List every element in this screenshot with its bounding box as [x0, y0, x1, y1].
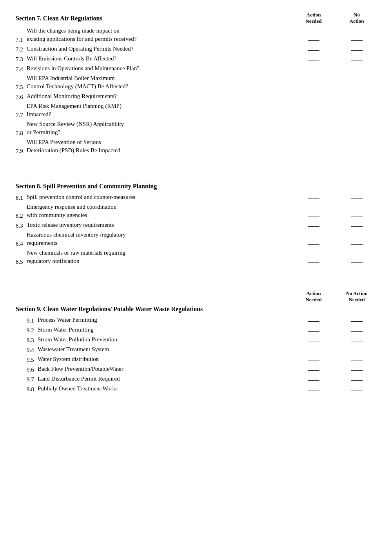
item-9-2-action [290, 327, 337, 334]
item-9-6-noaction [337, 366, 376, 373]
item-number: 9.8 [27, 386, 34, 392]
item-text: Land Disturbance Permit Required [38, 375, 120, 382]
item-number: 7.5 [16, 84, 23, 90]
item-number: 7.8 [16, 130, 23, 136]
item-number: 7.6 [16, 94, 23, 100]
item-7-2-action [290, 46, 337, 53]
item-7-8-noaction [337, 130, 376, 137]
item-number: 7.3 [16, 56, 23, 62]
item-9-1: 9.1 Process Water Permitting [16, 316, 376, 324]
item-7-5-noaction [337, 84, 376, 91]
item-9-3: 9.3 Strom Water Pollution Prevention [16, 335, 376, 344]
item-number: 9.6 [27, 366, 34, 373]
item-7-9-action [290, 148, 337, 155]
item-text: Hazardous chemical inventory /regulatory… [27, 231, 126, 246]
item-7-7-action [290, 112, 337, 118]
item-7-6-action [290, 94, 337, 100]
item-7-3-noaction [337, 56, 376, 63]
item-9-8: 9.8 Publicly Owned Treatment Works [16, 385, 376, 393]
item-number: 9.4 [27, 347, 34, 353]
item-9-3-action [290, 337, 337, 344]
item-7-1: 7.1 Will the changes being made impact o… [16, 27, 376, 43]
item-number: 7.9 [16, 148, 23, 154]
item-number: 9.1 [27, 317, 34, 324]
item-9-5-noaction [337, 357, 376, 363]
section9-col2-header: No Action Needed [337, 290, 376, 303]
item-8-4-action [290, 241, 337, 247]
item-8-5-action [290, 259, 337, 265]
item-9-7: 9.7 Land Disturbance Permit Required [16, 375, 376, 383]
item-text: Process Water Permitting [38, 317, 97, 323]
item-9-4-noaction [337, 347, 376, 354]
item-text: New chemicals or raw materials requiring… [27, 250, 125, 264]
item-9-7-noaction [337, 376, 376, 383]
section7-title: Section 7. Clean Air Regulations [16, 15, 290, 22]
item-text: Additional Monitoring Requirements? [27, 93, 117, 99]
item-text: Will EPA Industrial Boiler MaximumContro… [27, 75, 128, 89]
item-text: Emergency response and coordinationwith … [27, 204, 116, 218]
item-7-5: 7.5 Will EPA Industrial Boiler MaximumCo… [16, 74, 376, 91]
item-8-4: 8.4 Hazardous chemical inventory /regula… [16, 231, 376, 247]
item-number: 9.7 [27, 376, 34, 383]
item-text: Publicly Owned Treatment Works [38, 385, 118, 392]
item-8-3-action [290, 222, 337, 229]
item-7-1-noaction [337, 36, 376, 43]
item-7-2-noaction [337, 46, 376, 53]
item-number: 7.2 [16, 46, 23, 53]
item-7-1-action [290, 36, 337, 43]
item-7-6: 7.6 Additional Monitoring Requirements? [16, 92, 376, 100]
item-9-4-action [290, 347, 337, 354]
item-text: Will Emissions Controls Be Affected? [27, 55, 116, 62]
item-8-2-noaction [337, 213, 376, 219]
item-8-1-action [290, 195, 337, 201]
item-number: 7.1 [16, 36, 23, 43]
item-9-1-noaction [337, 317, 376, 324]
item-9-6-action [290, 366, 337, 373]
item-9-2: 9.2 Storm Water Permitting [16, 326, 376, 334]
item-7-4-noaction [337, 66, 376, 73]
item-9-6: 9.6 Back Flow Prevention/PotableWater [16, 365, 376, 373]
item-text: Will EPA Prevention of SeriousDeteriorat… [27, 139, 120, 153]
item-number: 9.2 [27, 327, 34, 334]
item-7-5-action [290, 84, 337, 91]
item-8-2-action [290, 213, 337, 219]
section7-items: 7.1 Will the changes being made impact o… [16, 27, 376, 155]
item-7-4-action [290, 66, 337, 73]
item-7-7-noaction [337, 112, 376, 118]
item-text: Water System distribution [38, 356, 99, 362]
section9-col1-header: Action Needed [290, 290, 337, 303]
item-number: 9.5 [27, 357, 34, 363]
item-9-2-noaction [337, 327, 376, 334]
item-8-2: 8.2 Emergency response and coordinationw… [16, 203, 376, 219]
item-7-3-action [290, 56, 337, 63]
item-8-3-noaction [337, 222, 376, 229]
item-7-8: 7.8 New Source Review (NSR) Applicabilit… [16, 120, 376, 137]
item-9-1-action [290, 317, 337, 324]
item-text: Back Flow Prevention/PotableWater [38, 366, 123, 372]
item-text: New Source Review (NSR) Applicabilityor … [27, 121, 124, 135]
item-7-3: 7.3 Will Emissions Controls Be Affected? [16, 55, 376, 63]
item-8-1-noaction [337, 195, 376, 201]
item-8-3: 8.3 Toxic release inventory requirements [16, 221, 376, 229]
item-text: Revisions in Operations and Maintenance … [27, 65, 140, 71]
item-9-8-noaction [337, 386, 376, 393]
item-number: 7.4 [16, 66, 23, 72]
item-text: Spill prevention control and counter-mea… [27, 194, 135, 200]
item-text: Construction and Operating Permits Neede… [27, 46, 133, 52]
item-9-5: 9.5 Water System distribution [16, 355, 376, 363]
item-8-5-noaction [337, 259, 376, 265]
section8-title: Section 8. Spill Prevention and Communit… [16, 183, 376, 190]
item-7-4: 7.4 Revisions in Operations and Maintena… [16, 64, 376, 73]
item-number: 8.5 [16, 259, 23, 265]
item-number: 8.2 [16, 213, 23, 219]
item-7-7: 7.7 EPA Risk Management Planning (RMP)Im… [16, 102, 376, 118]
item-7-8-action [290, 130, 337, 137]
section7-col1-header: Action Needed [290, 12, 337, 24]
item-number: 7.7 [16, 112, 23, 118]
item-text: EPA Risk Management Planning (RMP)Impact… [27, 103, 122, 117]
section9-title: Section 9. Clean Water Regulations/ Pota… [16, 306, 376, 313]
section8-items: 8.1 Spill prevention control and counter… [16, 193, 376, 265]
item-number: 9.3 [27, 337, 34, 343]
item-8-5: 8.5 New chemicals or raw materials requi… [16, 249, 376, 265]
item-text: Strom Water Pollution Prevention [38, 336, 117, 343]
